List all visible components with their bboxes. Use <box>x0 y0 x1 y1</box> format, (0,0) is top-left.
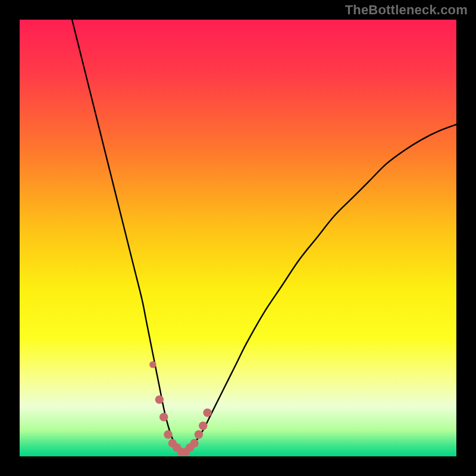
chart-frame: TheBottleneck.com <box>0 0 476 476</box>
plot-area <box>20 20 456 456</box>
background-gradient <box>20 20 456 456</box>
svg-rect-0 <box>20 20 456 456</box>
watermark-text: TheBottleneck.com <box>345 2 468 18</box>
